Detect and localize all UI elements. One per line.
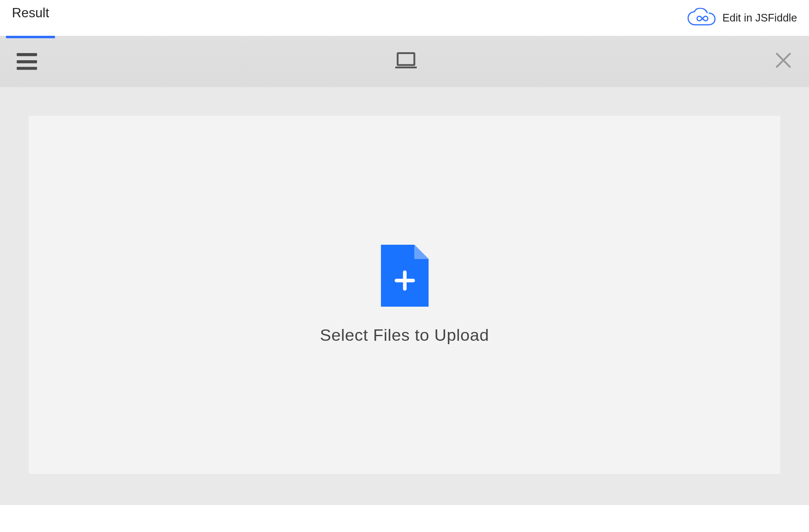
file-add-icon bbox=[380, 245, 428, 309]
device-laptop-icon[interactable] bbox=[395, 51, 416, 72]
picker-body: Select Files to Upload bbox=[0, 87, 809, 505]
tab-result-label: Result bbox=[12, 5, 49, 21]
drop-zone-label: Select Files to Upload bbox=[320, 326, 489, 345]
jsfiddle-top-bar: Result Edit in JSFiddle bbox=[0, 0, 809, 36]
cloud-infinity-icon bbox=[686, 8, 716, 29]
edit-link-label: Edit in JSFiddle bbox=[722, 12, 797, 24]
picker-header bbox=[0, 36, 809, 87]
file-picker-modal: Select Files to Upload bbox=[0, 36, 809, 505]
close-icon[interactable] bbox=[774, 51, 793, 72]
svg-rect-0 bbox=[397, 53, 414, 65]
tab-result[interactable]: Result bbox=[12, 0, 49, 36]
edit-in-jsfiddle-link[interactable]: Edit in JSFiddle bbox=[686, 8, 797, 29]
file-drop-zone[interactable]: Select Files to Upload bbox=[29, 116, 780, 474]
menu-icon[interactable] bbox=[17, 53, 37, 70]
